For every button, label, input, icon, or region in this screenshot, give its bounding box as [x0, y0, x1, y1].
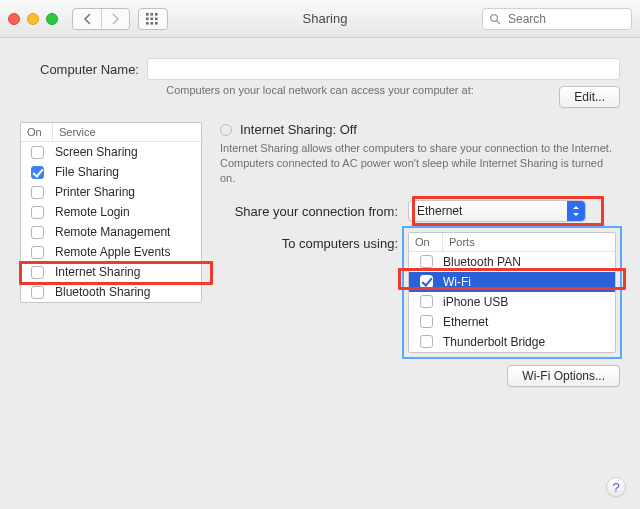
- ports-list: On Ports Bluetooth PAN Wi-Fi: [408, 232, 616, 353]
- service-row[interactable]: Remote Apple Events: [21, 242, 201, 262]
- minimize-icon[interactable]: [27, 13, 39, 25]
- service-checkbox[interactable]: [31, 166, 44, 179]
- zoom-icon[interactable]: [46, 13, 58, 25]
- port-row[interactable]: Bluetooth PAN: [409, 252, 615, 272]
- service-label: Remote Apple Events: [53, 245, 170, 259]
- port-row[interactable]: Thunderbolt Bridge: [409, 332, 615, 352]
- to-computers-label: To computers using:: [220, 232, 408, 251]
- search-input[interactable]: [506, 11, 640, 27]
- service-row[interactable]: Screen Sharing: [21, 142, 201, 162]
- svg-rect-5: [155, 17, 158, 20]
- service-label: Remote Management: [53, 225, 170, 239]
- service-label: Bluetooth Sharing: [53, 285, 150, 299]
- port-checkbox[interactable]: [420, 255, 433, 268]
- service-row-internet-sharing[interactable]: Internet Sharing: [21, 262, 201, 282]
- nav-back-forward: [72, 8, 130, 30]
- service-checkbox[interactable]: [31, 186, 44, 199]
- search-icon: [489, 13, 501, 25]
- service-label: Printer Sharing: [53, 185, 135, 199]
- service-label: Screen Sharing: [53, 145, 138, 159]
- port-checkbox[interactable]: [420, 275, 433, 288]
- svg-rect-2: [155, 13, 158, 16]
- service-row[interactable]: File Sharing: [21, 162, 201, 182]
- port-row-wifi[interactable]: Wi-Fi: [409, 272, 615, 292]
- port-checkbox[interactable]: [420, 335, 433, 348]
- computer-name-input[interactable]: [147, 58, 620, 80]
- service-checkbox[interactable]: [31, 146, 44, 159]
- service-checkbox[interactable]: [31, 266, 44, 279]
- svg-rect-6: [146, 22, 149, 25]
- service-row[interactable]: Printer Sharing: [21, 182, 201, 202]
- svg-rect-8: [155, 22, 158, 25]
- search-field[interactable]: [482, 8, 632, 30]
- port-row[interactable]: iPhone USB: [409, 292, 615, 312]
- computer-name-label: Computer Name:: [40, 62, 139, 77]
- ports-header-on: On: [409, 233, 443, 251]
- services-header-service: Service: [53, 123, 102, 141]
- port-label: Ethernet: [443, 315, 488, 329]
- window-controls: [8, 13, 58, 25]
- svg-point-9: [491, 14, 498, 21]
- show-all-button[interactable]: [138, 8, 168, 30]
- svg-rect-7: [151, 22, 154, 25]
- service-checkbox[interactable]: [31, 226, 44, 239]
- share-from-select[interactable]: Ethernet: [408, 200, 586, 222]
- share-from-label: Share your connection from:: [220, 200, 408, 219]
- titlebar: Sharing: [0, 0, 640, 38]
- service-label: Remote Login: [53, 205, 130, 219]
- wifi-options-button[interactable]: Wi-Fi Options...: [507, 365, 620, 387]
- port-row[interactable]: Ethernet: [409, 312, 615, 332]
- close-icon[interactable]: [8, 13, 20, 25]
- service-checkbox[interactable]: [31, 286, 44, 299]
- port-label: Wi-Fi: [443, 275, 471, 289]
- back-button[interactable]: [73, 9, 101, 29]
- detail-pane: Internet Sharing: Off Internet Sharing a…: [220, 122, 620, 387]
- port-label: Bluetooth PAN: [443, 255, 521, 269]
- port-label: iPhone USB: [443, 295, 508, 309]
- detail-description: Internet Sharing allows other computers …: [220, 141, 620, 186]
- svg-rect-1: [151, 13, 154, 16]
- services-list: On Service Screen Sharing File Sharing P…: [20, 122, 202, 303]
- detail-heading: Internet Sharing: Off: [240, 122, 357, 137]
- services-header-on: On: [21, 123, 53, 141]
- svg-rect-3: [146, 17, 149, 20]
- service-checkbox[interactable]: [31, 206, 44, 219]
- chevron-up-down-icon: [567, 201, 585, 221]
- svg-line-10: [497, 20, 500, 23]
- port-label: Thunderbolt Bridge: [443, 335, 545, 349]
- service-checkbox[interactable]: [31, 246, 44, 259]
- service-row[interactable]: Remote Management: [21, 222, 201, 242]
- service-row[interactable]: Remote Login: [21, 202, 201, 222]
- service-label: File Sharing: [53, 165, 119, 179]
- status-radio-icon: [220, 124, 232, 136]
- ports-header-ports: Ports: [443, 233, 481, 251]
- port-checkbox[interactable]: [420, 295, 433, 308]
- service-label: Internet Sharing: [53, 265, 140, 279]
- svg-rect-4: [151, 17, 154, 20]
- svg-rect-0: [146, 13, 149, 16]
- share-from-value: Ethernet: [417, 204, 462, 218]
- forward-button[interactable]: [101, 9, 129, 29]
- port-checkbox[interactable]: [420, 315, 433, 328]
- edit-button[interactable]: Edit...: [559, 86, 620, 108]
- window-title: Sharing: [176, 11, 474, 26]
- help-button[interactable]: ?: [606, 477, 626, 497]
- service-row[interactable]: Bluetooth Sharing: [21, 282, 201, 302]
